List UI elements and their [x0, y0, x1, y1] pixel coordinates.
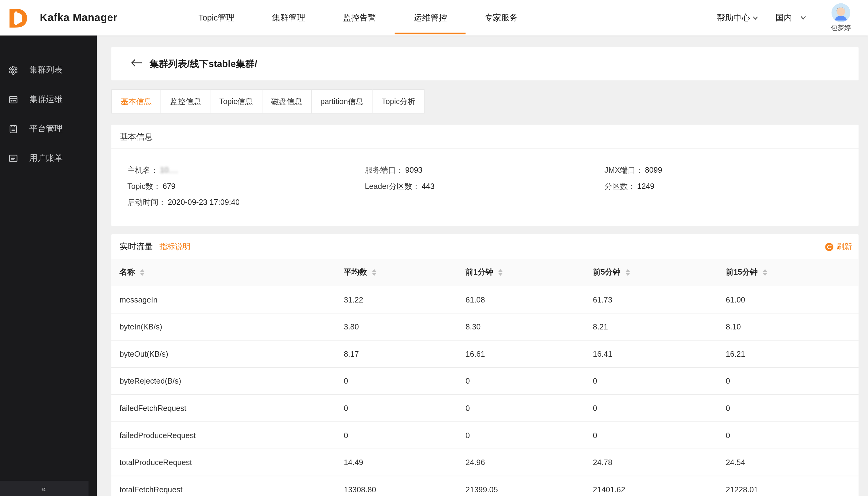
- metric-value-cell: 8.30: [457, 313, 584, 340]
- field-value: 9093: [405, 166, 422, 174]
- nav-item-topic-management[interactable]: Topic管理: [180, 0, 253, 35]
- metric-value-cell: 0: [335, 367, 457, 394]
- info-field-leader-partition-count: Leader分区数：443: [365, 178, 604, 194]
- tab-monitor-info[interactable]: 监控信息: [161, 89, 210, 113]
- metric-value-cell: 16.61: [457, 340, 584, 368]
- chevron-down-icon: [752, 14, 759, 21]
- breadcrumb: 集群列表/线下stable集群/: [111, 47, 859, 80]
- metric-name-cell: failedFetchRequest: [111, 394, 335, 422]
- tab-basic-info[interactable]: 基本信息: [111, 89, 161, 113]
- field-label: 分区数：: [604, 182, 635, 190]
- app-root: D Kafka Manager Topic管理集群管理监控告警运维管控专家服务 …: [0, 0, 868, 496]
- info-field-hostname: 主机名：10.…: [127, 162, 365, 178]
- metric-value-cell: 0: [584, 394, 717, 422]
- field-value: 679: [162, 182, 175, 190]
- column-header-last-1min[interactable]: 前1分钟: [457, 259, 584, 286]
- info-column: 主机名：10.…Topic数：679启动时间：2020-09-23 17:09:…: [127, 162, 365, 210]
- metric-value-cell: 3.80: [335, 313, 457, 340]
- sidebar-item-cluster-ops[interactable]: 集群运维: [0, 85, 97, 114]
- tab-bar: 基本信息监控信息Topic信息磁盘信息partition信息Topic分析: [111, 89, 859, 113]
- metric-value-cell: 0: [717, 367, 858, 394]
- metric-value-cell: 24.78: [584, 449, 717, 476]
- sidebar-item-label: 集群运维: [29, 94, 63, 104]
- top-nav: Topic管理集群管理监控告警运维管控专家服务: [180, 0, 537, 35]
- info-field-topic-count: Topic数：679: [127, 178, 365, 194]
- tab-topic-info[interactable]: Topic信息: [210, 89, 262, 113]
- info-column: JMX端口：8099分区数：1249: [604, 162, 858, 210]
- sort-icon: [625, 269, 630, 276]
- field-label: 启动时间：: [127, 198, 166, 207]
- help-center-menu[interactable]: 帮助中心: [717, 13, 759, 23]
- user-name: 包梦婷: [831, 23, 851, 32]
- sidebar-item-label: 集群列表: [29, 65, 63, 75]
- back-button[interactable]: [131, 59, 142, 69]
- metric-value-cell: 0: [335, 421, 457, 449]
- tab-partition-info[interactable]: partition信息: [311, 89, 373, 113]
- table-row: byteRejected(B/s)0000: [111, 367, 859, 394]
- metric-help-link[interactable]: 指标说明: [159, 242, 190, 252]
- metric-value-cell: 0: [584, 367, 717, 394]
- sort-icon: [140, 269, 144, 276]
- metric-value-cell: 8.17: [335, 340, 457, 368]
- svg-text:D: D: [7, 5, 29, 30]
- metric-value-cell: 0: [584, 421, 717, 449]
- metric-value-cell: 0: [457, 394, 584, 422]
- nav-item-ops-control[interactable]: 运维管控: [395, 0, 466, 35]
- realtime-flow-header: 实时流量 指标说明 刷新: [111, 234, 859, 259]
- sidebar-item-user-billing[interactable]: 用户账单: [0, 143, 97, 173]
- field-value: 2020-09-23 17:09:40: [168, 198, 240, 207]
- metric-name-cell: totalFetchRequest: [111, 476, 335, 496]
- info-field-jmx-port: JMX端口：8099: [604, 162, 858, 178]
- sidebar-item-cluster-list[interactable]: 集群列表: [0, 56, 97, 85]
- refresh-button[interactable]: 刷新: [825, 242, 852, 252]
- refresh-circle-icon: [825, 242, 834, 251]
- app-logo-icon: D: [5, 5, 31, 30]
- column-header-last-15min[interactable]: 前15分钟: [717, 259, 858, 286]
- metric-value-cell: 16.41: [584, 340, 717, 368]
- cluster-ops-icon: [8, 94, 18, 104]
- nav-item-monitor-alert[interactable]: 监控告警: [324, 0, 395, 35]
- realtime-flow-panel: 实时流量 指标说明 刷新 名称平均数前1: [111, 234, 859, 496]
- table-row: failedProduceRequest0000: [111, 421, 859, 449]
- metric-name-cell: byteIn(KB/s): [111, 313, 335, 340]
- metric-value-cell: 14.49: [335, 449, 457, 476]
- table-row: byteIn(KB/s)3.808.308.218.10: [111, 313, 859, 340]
- sidebar-collapse-button[interactable]: «: [0, 481, 89, 496]
- info-field-partition-count: 分区数：1249: [604, 178, 858, 194]
- nav-item-cluster-management[interactable]: 集群管理: [253, 0, 324, 35]
- nav-item-expert-service[interactable]: 专家服务: [466, 0, 537, 35]
- user-avatar: [832, 3, 850, 22]
- region-menu[interactable]: 国内: [776, 13, 807, 23]
- column-header-last-5min[interactable]: 前5分钟: [584, 259, 717, 286]
- basic-info-fields: 主机名：10.…Topic数：679启动时间：2020-09-23 17:09:…: [111, 149, 859, 226]
- field-value: 443: [422, 182, 434, 190]
- metric-name-cell: byteOut(KB/s): [111, 340, 335, 368]
- user-profile[interactable]: 包梦婷: [826, 3, 856, 32]
- info-field-start-time: 启动时间：2020-09-23 17:09:40: [127, 195, 365, 210]
- platform-icon: [8, 124, 18, 134]
- sidebar-item-label: 平台管理: [29, 123, 63, 134]
- tab-topic-analysis[interactable]: Topic分析: [372, 89, 425, 113]
- realtime-flow-title: 实时流量: [120, 242, 153, 252]
- metric-value-cell: 61.08: [457, 286, 584, 313]
- tab-disk-info[interactable]: 磁盘信息: [262, 89, 312, 113]
- field-label: Topic数：: [127, 182, 161, 190]
- sidebar-item-platform-management[interactable]: 平台管理: [0, 114, 97, 144]
- table-row: totalFetchRequest13308.8021399.0521401.6…: [111, 476, 859, 496]
- column-header-avg[interactable]: 平均数: [335, 259, 457, 286]
- refresh-label: 刷新: [836, 242, 852, 252]
- table-row: failedFetchRequest0000: [111, 394, 859, 422]
- metric-value-cell: 0: [335, 394, 457, 422]
- sort-icon: [372, 269, 376, 276]
- arrow-left-icon: [131, 59, 142, 69]
- main-content: 集群列表/线下stable集群/ 基本信息监控信息Topic信息磁盘信息part…: [97, 35, 868, 496]
- field-value: 10.…: [160, 166, 179, 174]
- metric-value-cell: 24.96: [457, 449, 584, 476]
- cluster-list-icon: [8, 65, 18, 75]
- billing-icon: [8, 153, 18, 163]
- field-label: 服务端口：: [365, 166, 404, 174]
- column-label: 前5分钟: [593, 267, 620, 277]
- table-header-row: 名称平均数前1分钟前5分钟前15分钟: [111, 259, 859, 286]
- column-header-name[interactable]: 名称: [111, 259, 335, 286]
- metric-value-cell: 0: [457, 367, 584, 394]
